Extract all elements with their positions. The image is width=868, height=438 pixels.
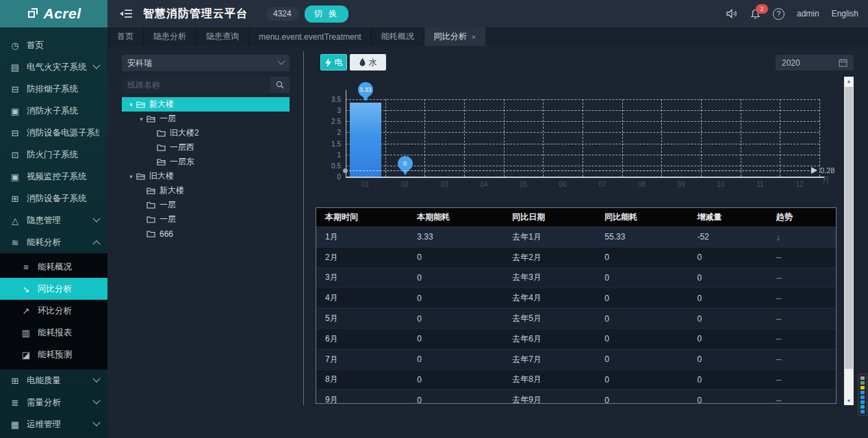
chart-bar[interactable] [350, 103, 381, 177]
vertical-scrollbar[interactable]: ▲ ▼ [844, 77, 854, 405]
sidebar-item-电能质量[interactable]: ⊞电能质量 [0, 370, 107, 391]
collapse-sidebar-icon[interactable] [120, 9, 132, 18]
table-row[interactable]: 9月0去年9月00-- [316, 389, 836, 404]
tree-node-一层[interactable]: 一层 [122, 198, 290, 212]
table-cell: 5月 [316, 313, 408, 324]
column-header: 本期能耗 [408, 211, 503, 223]
indicator-dot [860, 410, 865, 413]
tab-首页[interactable]: 首页 [107, 27, 144, 46]
tree-node-666[interactable]: 666 [122, 227, 290, 241]
tree-node-旧大楼2[interactable]: 旧大楼2 [122, 126, 290, 140]
x-axis-tick: 08 [622, 181, 662, 188]
help-icon[interactable]: ? [773, 8, 784, 20]
sidebar-item-能耗分析[interactable]: ≋能耗分析 [0, 231, 107, 253]
table-row[interactable]: 1月3.33去年1月55.33-52↓ [316, 227, 836, 247]
username[interactable]: admin [797, 9, 819, 18]
search-icon[interactable] [270, 77, 290, 93]
table-row[interactable]: 6月0去年6月00-- [316, 328, 836, 349]
mom-icon: ↗ [21, 306, 31, 316]
data-pin[interactable]: 0 [398, 156, 413, 171]
sidebar-item-视频监控子系统[interactable]: ▣视频监控子系统 [0, 166, 107, 188]
sidebar-item-消防设备子系统[interactable]: ⊞消防设备子系统 [0, 188, 107, 209]
table-row[interactable]: 4月0去年4月00-- [316, 287, 836, 308]
table-cell: 0 [596, 375, 688, 385]
column-header: 同比日期 [503, 211, 596, 223]
sidebar-item-label: 隐患管理 [27, 215, 94, 227]
sidebar-item-能耗概况[interactable]: ≡能耗概况 [0, 256, 107, 278]
sidebar-item-label: 需量分析 [27, 397, 94, 409]
tab-能耗概况[interactable]: 能耗概况 [372, 27, 424, 46]
data-pin[interactable]: 3.33 [358, 82, 373, 97]
tree-caret-icon[interactable]: ▾ [126, 173, 136, 180]
scrollbar-thumb[interactable] [845, 87, 853, 369]
sidebar-item-环比分析[interactable]: ↗环比分析 [0, 300, 107, 322]
table-row[interactable]: 5月0去年5月00-- [316, 308, 836, 328]
sidebar-item-用户报告[interactable]: ⊓用户报告 [0, 435, 107, 438]
tree-node-新大楼[interactable]: ▾新大楼 [122, 97, 290, 112]
sidebar-item-首页[interactable]: ◷首页 [0, 34, 107, 56]
tree-node-label: 新大楼 [149, 99, 174, 110]
table-row[interactable]: 2月0去年2月00-- [316, 247, 836, 268]
chevron-down-icon [92, 397, 100, 404]
tree-node-一层东[interactable]: 一层东 [122, 155, 290, 169]
sidebar-item-同比分析[interactable]: ↘同比分析 [0, 278, 107, 300]
volume-icon[interactable] [726, 9, 738, 18]
top-header: 智慧消防管理云平台 4324 切 换 2 ? admin English [107, 0, 868, 27]
scroll-down-icon[interactable]: ▼ [844, 396, 854, 405]
tab-label: 首页 [117, 31, 133, 42]
project-select[interactable]: 安科瑞 [122, 55, 290, 71]
sidebar-item-防火门子系统[interactable]: ⊡防火门子系统 [0, 144, 107, 166]
tree-caret-icon[interactable]: ▾ [136, 116, 146, 123]
sidebar-item-隐患管理[interactable]: △隐患管理 [0, 209, 107, 231]
tab-同比分析[interactable]: 同比分析× [424, 27, 486, 46]
table-cell: 去年8月 [503, 374, 596, 385]
table-row[interactable]: 3月0去年3月00-- [316, 268, 836, 288]
table-cell: 去年6月 [503, 333, 596, 345]
sidebar-item-电气火灾子系统[interactable]: ▤电气火灾子系统 [0, 56, 107, 78]
tab-menu.event.eventTreatment[interactable]: menu.event.eventTreatment [249, 27, 372, 46]
table-cell: 去年3月 [503, 272, 596, 283]
water-toggle-button[interactable]: 水 [350, 54, 386, 70]
y-axis-tick: 3 [318, 107, 341, 114]
sidebar-item-消防设备电源子系统[interactable]: ⊟消防设备电源子系统 [0, 122, 107, 144]
chevron-down-icon [92, 419, 100, 426]
line-search [122, 77, 290, 93]
tree-node-一层西[interactable]: 一层西 [122, 140, 290, 155]
chart-gridline [622, 99, 623, 177]
tree-node-一层[interactable]: ▾一层 [122, 112, 290, 126]
sidebar-item-能耗预测[interactable]: ◪能耗预测 [0, 344, 107, 365]
table-cell: 0 [408, 314, 503, 324]
tree-node-一层[interactable]: 一层 [122, 212, 290, 227]
sidebar-item-需量分析[interactable]: ≣需量分析 [0, 391, 107, 413]
floating-indicator-widget[interactable] [858, 374, 867, 416]
language-switch[interactable]: English [832, 9, 858, 18]
tree-node-label: 一层东 [170, 156, 194, 168]
tree-caret-icon[interactable]: ▾ [126, 101, 136, 108]
tree-node-新大楼[interactable]: 新大楼 [122, 183, 290, 198]
switch-button[interactable]: 切 换 [305, 5, 348, 23]
scroll-up-icon[interactable]: ▲ [844, 77, 854, 86]
tree-node-label: 旧大楼2 [170, 127, 199, 139]
sidebar-item-能耗报表[interactable]: ▥能耗报表 [0, 322, 107, 344]
year-picker[interactable]: 2020 [776, 55, 854, 70]
table-row[interactable]: 8月0去年8月00-- [316, 370, 836, 390]
search-input[interactable] [122, 80, 270, 90]
trend-down-icon: ↓ [767, 232, 836, 242]
x-axis-tick: 11 [741, 181, 780, 188]
electric-toggle-button[interactable]: 电 [320, 54, 347, 70]
sidebar-item-运维管理[interactable]: ▦运维管理 [0, 413, 107, 435]
folder-open-icon [136, 101, 145, 108]
sidebar-item-消防水子系统[interactable]: ▣消防水子系统 [0, 100, 107, 122]
table-cell: 8月 [316, 374, 408, 385]
tree-node-旧大楼[interactable]: ▾旧大楼 [122, 169, 290, 183]
tab-隐患查询[interactable]: 隐患查询 [196, 27, 249, 46]
close-tab-icon[interactable]: × [472, 33, 476, 41]
electric-fire-icon: ▤ [10, 62, 21, 73]
tab-隐患分析[interactable]: 隐患分析 [144, 27, 196, 46]
notification-bell[interactable]: 2 [750, 9, 761, 19]
table-cell: 0 [596, 396, 688, 404]
x-axis-tick: 06 [543, 181, 583, 188]
table-row[interactable]: 7月0去年7月00-- [316, 349, 836, 370]
calendar-icon [839, 58, 847, 67]
sidebar-item-防排烟子系统[interactable]: ⊟防排烟子系统 [0, 78, 107, 100]
